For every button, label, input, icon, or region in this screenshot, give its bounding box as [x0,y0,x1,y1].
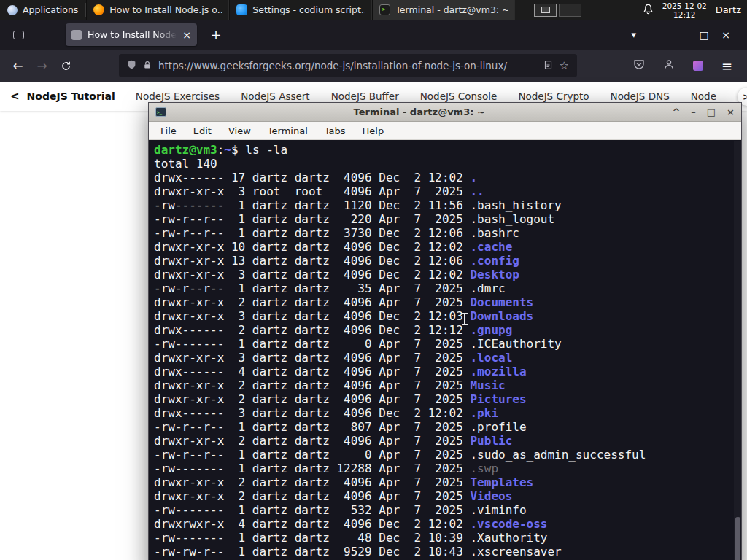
bookmark-star-icon[interactable]: ☆ [560,59,569,72]
site-nav-item[interactable]: NodeJS Crypto [518,90,589,102]
terminal-output-line: drwx------ 4 dartz dartz 4096 Apr 7 2025… [154,365,741,378]
tab-close-icon[interactable]: × [182,30,191,40]
terminal-menu-terminal[interactable]: Terminal [268,125,308,136]
browser-close-button[interactable]: × [715,29,737,41]
terminal-shade-button[interactable]: ^ [672,106,680,117]
file-name: .swp [470,462,498,475]
terminal-menu-help[interactable]: Help [363,125,384,136]
terminal-scrollbar-track[interactable] [734,141,741,560]
clock-time: 12:12 [673,10,695,19]
file-name: . [470,171,477,184]
lock-icon[interactable] [143,59,152,73]
workspace-switcher[interactable] [534,4,581,17]
file-meta: drwxr-xr-x 2 dartz dartz 4096 Apr 7 2025 [154,475,470,489]
terminal-maximize-button[interactable]: □ [707,106,716,117]
pocket-icon[interactable] [633,58,645,73]
file-name: .Xauthority [470,531,547,545]
terminal-output-line: -rw------- 1 dartz dartz 532 Apr 7 2025 … [154,503,741,517]
file-name: .cache [470,240,512,254]
terminal-output-line: drwxr-xr-x 10 dartz dartz 4096 Dec 2 12:… [154,240,741,254]
taskbar-item-title: How to Install Node.js o... [109,4,222,15]
terminal-output-line: -rw-r--r-- 1 dartz dartz 35 Apr 7 2025 .… [154,281,741,295]
site-nav-item-current[interactable]: NodeJS Tutorial [27,90,115,102]
taskbar-item-title: Terminal - dartz@vm3: ~ [395,4,508,15]
terminal-output-line: drwxr-xr-x 3 dartz dartz 4096 Dec 2 12:0… [154,268,741,281]
file-meta: drwx------ 3 dartz dartz 4096 Dec 2 12:0… [154,406,470,420]
terminal-output-line: -rw-r--r-- 1 dartz dartz 0 Apr 7 2025 .s… [154,448,741,462]
extension-icon[interactable] [693,61,703,71]
panel-user-label[interactable]: Dartz [716,4,741,15]
terminal-output-line: -rw-r--r-- 1 dartz dartz 220 Apr 7 2025 … [154,212,741,226]
terminal-output-line: drwxr-xr-x 2 dartz dartz 4096 Apr 7 2025… [154,378,741,392]
shield-icon[interactable] [127,59,136,73]
browser-toolbar: ← → https://www.geeksforgeeks.org/node-j… [0,50,747,82]
terminal-menu-tabs[interactable]: Tabs [325,125,346,136]
site-nav-items: NodeJS ExercisesNodeJS AssertNodeJS Buff… [136,90,738,102]
terminal-output-line: -rw-rw-r-- 1 dartz dartz 9529 Dec 2 10:4… [154,545,741,559]
terminal-output-line: drwxr-xr-x 2 dartz dartz 4096 Apr 7 2025… [154,295,741,309]
site-nav-item[interactable]: NodeJS Console [420,90,498,102]
browser-minimize-button[interactable]: – [671,29,693,41]
terminal-title: Terminal - dartz@vm3: ~ [166,106,672,117]
account-icon[interactable] [663,58,675,73]
file-meta: drwxr-xr-x 3 dartz dartz 4096 Dec 2 12:0… [154,309,470,323]
file-meta: -rw------- 1 dartz dartz 12288 Apr 7 202… [154,462,470,475]
terminal-prompt-line: dartz@vm3:~$ ls -la [154,143,741,157]
terminal-scrollbar-thumb[interactable] [735,517,740,560]
window-controls: ▾ – □ × [631,29,747,41]
terminal-menu-edit[interactable]: Edit [193,125,212,136]
terminal-menu-view[interactable]: View [228,125,251,136]
reload-button[interactable] [54,54,78,77]
site-nav-item[interactable]: NodeJS Exercises [136,90,220,102]
firefox-view-button[interactable] [9,26,28,44]
applications-menu-button[interactable]: Applications [0,0,85,20]
terminal-output-line: drwxr-xr-x 13 dartz dartz 4096 Dec 2 12:… [154,254,741,268]
terminal-output[interactable]: dartz@vm3:~$ ls -la total 140 drwx------… [149,141,741,560]
file-name: .dmrc [470,281,505,295]
file-meta: -rw-r--r-- 1 dartz dartz 220 Apr 7 2025 [154,212,470,226]
terminal-menu-file[interactable]: File [160,125,177,136]
taskbar-item-codium[interactable]: Settings - codium script... [229,0,372,20]
taskbar-item-firefox[interactable]: How to Install Node.js o... [86,0,229,20]
panel-clock[interactable]: 2025-12-02 12:12 [662,1,707,19]
file-meta: -rw-rw-r-- 1 dartz dartz 9529 Dec 2 10:4… [154,545,470,559]
nav-scroll-left-icon[interactable]: < [10,90,20,103]
new-tab-button[interactable]: + [206,25,226,45]
terminal-output-line: drwxr-xr-x 3 dartz dartz 4096 Dec 2 12:0… [154,309,741,323]
terminal-output-line: -rw------- 1 dartz dartz 0 Apr 7 2025 .I… [154,337,741,351]
list-tabs-icon[interactable]: ▾ [631,29,636,40]
terminal-titlebar[interactable]: >_ Terminal - dartz@vm3: ~ ^ – □ × [149,103,741,122]
browser-tab[interactable]: How to Install Node.js on × [66,23,197,46]
reader-mode-icon[interactable] [543,59,553,73]
menu-icon[interactable]: ≡ [721,58,732,74]
site-nav-item[interactable]: NodeJS Assert [241,90,310,102]
terminal-close-button[interactable]: × [727,106,735,117]
file-name: .local [470,351,512,365]
file-name: Videos [470,489,512,503]
terminal-output-line: drwx------ 3 dartz dartz 4096 Dec 2 12:0… [154,406,741,420]
site-nav-item[interactable]: NodeJS Buffer [331,90,399,102]
workspace-2[interactable] [559,4,581,17]
terminal-minimize-button[interactable]: – [691,106,696,117]
file-name: .vscode-oss [470,517,547,531]
file-name: .xscreensaver [470,545,561,559]
site-nav-item[interactable]: Node [691,90,716,102]
taskbar-item-terminal[interactable]: >_Terminal - dartz@vm3: ~ [372,0,515,20]
file-meta: -rw------- 1 dartz dartz 48 Dec 2 10:39 [154,531,470,545]
back-button[interactable]: ← [6,54,30,77]
file-meta: -rw------- 1 dartz dartz 0 Apr 7 2025 [154,337,470,351]
site-nav-item[interactable]: NodeJS DNS [611,90,670,102]
file-name: .gnupg [470,323,512,337]
forward-button[interactable]: → [30,54,54,77]
browser-maximize-button[interactable]: □ [693,29,715,41]
file-name: .ICEauthority [470,337,561,351]
notification-bell-icon[interactable] [643,4,654,17]
file-meta: -rw-r--r-- 1 dartz dartz 35 Apr 7 2025 [154,281,470,295]
mouse-cursor [464,314,465,324]
file-meta: drwxr-xr-x 2 dartz dartz 4096 Apr 7 2025 [154,378,470,392]
workspace-1[interactable] [534,4,557,17]
file-name: .mozilla [470,365,526,378]
url-bar[interactable]: https://www.geeksforgeeks.org/node-js/in… [119,54,577,77]
terminal-output-line: -rw------- 1 dartz dartz 48 Dec 2 10:39 … [154,531,741,545]
applications-icon [7,5,18,15]
